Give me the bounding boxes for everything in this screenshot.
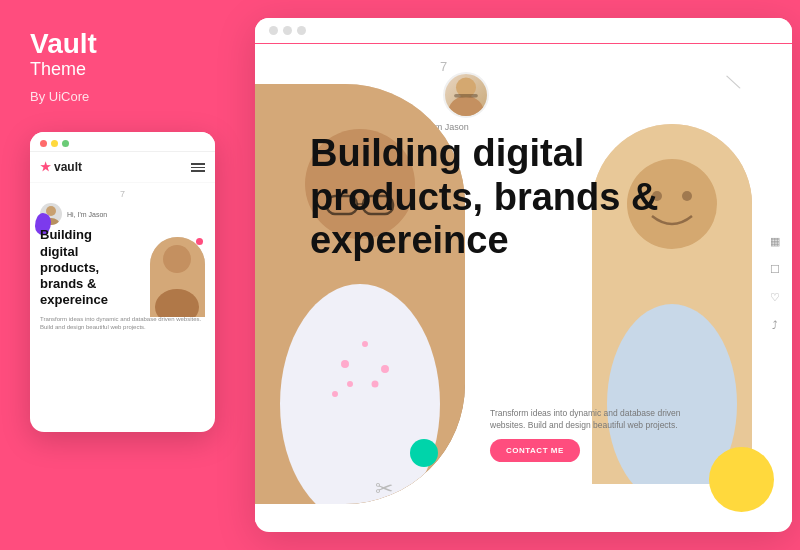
brand-sub: Theme [30,58,97,81]
main-traffic-lights [269,26,306,35]
svg-rect-7 [454,94,478,98]
main-preview-card: 7 Hi, I'm Jason ╲ [255,18,792,532]
mobile-card-content: 7 Hi, I'm Jason Bu [30,183,215,349]
mobile-preview-card: ★ vault 7 Hi, I'm Jason [30,132,215,432]
mobile-heading: Building digital products, brands & expe… [40,227,130,308]
svg-point-5 [448,96,485,116]
by-line: By UiCore [30,89,89,104]
mobile-nav-logo: ★ vault [40,160,82,174]
main-dot-1 [269,26,278,35]
mobile-hi-text: Hi, I'm Jason [67,211,107,218]
dot-red [40,140,47,147]
mobile-traffic-lights [40,140,69,147]
heart-icon[interactable]: ♡ [766,288,784,306]
right-icon-panel: ▦ ☐ ♡ ⤴ [766,232,784,334]
dot-yellow [51,140,58,147]
deco-slash: ╲ [727,73,740,91]
nav-logo-text: vault [54,160,82,174]
teal-circle [410,439,438,467]
mobile-nav-bar: ★ vault [30,152,215,183]
deco-bottom-left: ✂ [375,476,393,502]
hero-number: 7 [440,59,447,74]
main-content-area: 7 Hi, I'm Jason ╲ [255,44,792,522]
yellow-circle [709,447,774,512]
contact-me-button[interactable]: CONTACT ME [490,439,580,462]
svg-point-3 [163,245,191,273]
brand-block: Vault Theme [30,30,97,81]
main-top-bar [255,18,792,44]
svg-point-17 [347,381,353,387]
mobile-hero-image [150,237,205,317]
mobile-avatar-row: Hi, I'm Jason [40,203,205,225]
main-dot-3 [297,26,306,35]
sidebar: Vault Theme By UiCore ★ vault 7 [0,0,245,550]
share-icon[interactable]: ⤴ [766,316,784,334]
hero-avatar [443,72,489,118]
mobile-number: 7 [40,189,205,199]
dot-green [62,140,69,147]
main-dot-2 [283,26,292,35]
svg-point-23 [682,191,692,201]
mobile-card-top-bar [30,132,215,152]
svg-point-18 [372,381,379,388]
grid-icon[interactable]: ▦ [766,232,784,250]
hero-sub-text: Transform ideas into dynamic and databas… [490,407,690,433]
chat-icon[interactable]: ☐ [766,260,784,278]
svg-point-16 [381,365,389,373]
svg-point-19 [332,391,338,397]
mobile-paragraph: Transform ideas into dynamic and databas… [40,315,205,332]
svg-point-14 [341,360,349,368]
hero-heading: Building digital products, brands & expe… [310,132,680,263]
svg-point-15 [362,341,368,347]
nav-star-icon: ★ [40,160,51,174]
hamburger-icon[interactable] [191,163,205,172]
brand-name: Vault [30,30,97,58]
